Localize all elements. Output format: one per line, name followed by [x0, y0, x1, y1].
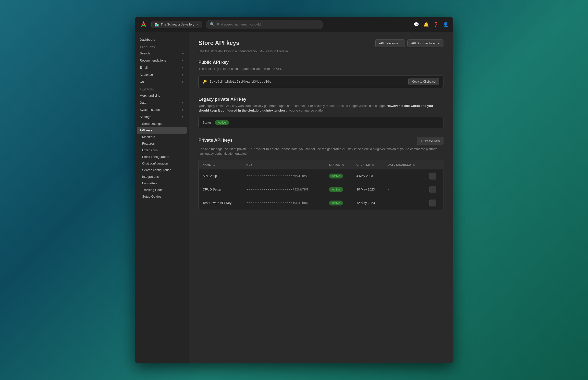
sidebar-item-search[interactable]: Search ▶: [135, 50, 189, 57]
cell-name-0: API Setup: [199, 169, 243, 183]
sidebar-item-chat-configuration[interactable]: Chat configuration: [135, 160, 189, 167]
col-key: KEY: [243, 160, 325, 170]
sidebar-item-api-keys[interactable]: API keys: [137, 127, 187, 133]
chevron-right-icon: ▶: [182, 108, 184, 111]
private-api-keys-header: Private API keys + Create new: [198, 137, 444, 145]
sidebar-section-platform: PLATFORM: [135, 85, 189, 92]
api-keys-table-container: NAME ▲ KEY STATUS ⇅ CREATED ⇅: [198, 160, 444, 210]
chat-icon[interactable]: 💬: [413, 22, 419, 27]
main-content: Store API keys API Reference ↗ API Docum…: [189, 32, 453, 363]
page-title: Store API keys: [198, 39, 239, 46]
page-subtitle: Use the store API keys to authenticate y…: [198, 49, 444, 53]
sidebar-item-email[interactable]: Email ▶: [135, 64, 189, 71]
header-buttons: API Reference ↗ API Documentation ↗: [375, 39, 444, 47]
create-new-button[interactable]: + Create new: [417, 137, 444, 145]
api-documentation-label: API Documentation ↗: [411, 42, 440, 45]
cell-created-2: 12 May 2023: [353, 196, 384, 209]
copy-to-clipboard-button[interactable]: Copy to Clipboard: [409, 78, 439, 85]
search-input[interactable]: [217, 22, 319, 26]
chevron-right-icon: ▶: [182, 80, 184, 83]
public-api-key-value: Ipkv9tKfxRdpLv3mpMhqxfWGNdqugE0c: [210, 80, 406, 83]
search-icon: 🔍: [210, 22, 215, 27]
chat-label: Chat: [140, 80, 146, 84]
sidebar-item-dashboard[interactable]: Dashboard: [135, 36, 189, 43]
sidebar-item-data[interactable]: Data ▶: [135, 99, 189, 106]
key-icon: 🔑: [203, 80, 207, 84]
col-created[interactable]: CREATED ⇅: [353, 160, 384, 170]
sidebar-item-system-status[interactable]: System status ▶: [135, 106, 189, 113]
chevron-down-settings-icon: ▼: [181, 115, 184, 118]
sidebar-item-recommendations[interactable]: Recommendations ▶: [135, 57, 189, 64]
sidebar-item-modifiers[interactable]: Modifiers: [135, 133, 189, 140]
sidebar-item-settings[interactable]: Settings ▼: [135, 113, 189, 120]
sidebar-item-tracking-code[interactable]: Tracking Code: [135, 187, 189, 193]
private-api-keys-desc: See and manage the list of private API K…: [198, 147, 444, 156]
col-actions: [426, 160, 443, 170]
titlebar-icons: 💬 🔔 ❓ 👤: [413, 22, 448, 27]
api-keys-table: NAME ▲ KEY STATUS ⇅ CREATED ⇅: [199, 160, 443, 209]
app-window: 🏪 The Schwartz Jewellery ▼ 🔍 💬 🔔 ❓ 👤 Das…: [135, 17, 453, 363]
sort-icon-date-disabled: ⇅: [413, 164, 415, 166]
search-bar: 🔍: [206, 20, 323, 29]
legacy-api-key-desc: Your legacy private API key was automati…: [198, 103, 444, 113]
store-selector[interactable]: 🏪 The Schwartz Jewellery ▼: [151, 21, 202, 28]
private-api-keys-section: Private API keys + Create new See and ma…: [198, 137, 444, 210]
sort-icon-status: ⇅: [342, 164, 344, 166]
user-icon[interactable]: 👤: [443, 22, 448, 27]
api-documentation-button[interactable]: API Documentation ↗: [408, 39, 444, 47]
legacy-desc-normal: Your legacy private API key was automati…: [198, 104, 386, 108]
system-status-label: System status: [140, 108, 160, 112]
col-status[interactable]: STATUS ⇅: [325, 160, 353, 170]
cell-actions-1: ⋮: [426, 183, 443, 196]
status-label: Status:: [203, 121, 213, 124]
row-menu-button-1[interactable]: ⋮: [429, 186, 436, 193]
sidebar-item-setup-guides[interactable]: Setup Guides: [135, 193, 189, 200]
chevron-right-icon: ▶: [182, 52, 184, 55]
bell-icon[interactable]: 🔔: [423, 22, 429, 27]
sidebar-item-integrations[interactable]: Integrations: [135, 173, 189, 180]
sidebar-item-merchandising[interactable]: Merchandising: [135, 92, 189, 99]
sort-icon-created: ⇅: [372, 164, 374, 166]
sidebar-item-features[interactable]: Features: [135, 140, 189, 147]
chevron-down-icon: ▼: [196, 23, 199, 26]
sidebar-item-formatters[interactable]: Formatters: [135, 180, 189, 187]
table-header-row: NAME ▲ KEY STATUS ⇅ CREATED ⇅: [199, 160, 443, 170]
help-icon[interactable]: ❓: [433, 22, 439, 27]
sidebar: Dashboard PRODUCTS Search ▶ Recommendati…: [135, 32, 189, 363]
store-icon: 🏪: [155, 22, 159, 26]
row-menu-button-2[interactable]: ⋮: [429, 200, 436, 207]
status-badge-1: Active: [329, 187, 343, 192]
cell-name-2: Test Private API Key: [199, 196, 243, 209]
cell-actions-0: ⋮: [426, 169, 443, 183]
cell-created-1: 30 May 2023: [353, 183, 384, 196]
app-logo: [140, 20, 147, 28]
cell-date-disabled-0: -: [384, 169, 426, 183]
sidebar-item-chat[interactable]: Chat ▶: [135, 78, 189, 85]
col-name[interactable]: NAME ▲: [199, 160, 243, 170]
email-label: Email: [140, 66, 148, 69]
cell-actions-2: ⋮: [426, 196, 443, 209]
public-api-key-title: Public API key: [198, 60, 444, 65]
sidebar-item-store-settings[interactable]: Store settings: [135, 120, 189, 127]
sidebar-item-search-configuration[interactable]: Search configuration: [135, 167, 189, 173]
sidebar-item-email-configuration[interactable]: Email configuration: [135, 153, 189, 160]
row-menu-button-0[interactable]: ⋮: [429, 172, 436, 179]
public-api-key-row: 🔑 Ipkv9tKfxRdpLv3mpMhqxfWGNdqugE0c Copy …: [198, 75, 444, 88]
chevron-right-icon: ▶: [182, 101, 184, 104]
titlebar: 🏪 The Schwartz Jewellery ▼ 🔍 💬 🔔 ❓ 👤: [135, 17, 453, 32]
col-date-disabled[interactable]: DATE DISABLED ⇅: [384, 160, 426, 170]
sidebar-item-extensions[interactable]: Extensions: [135, 147, 189, 153]
chevron-right-icon: ▶: [182, 59, 184, 62]
table-row: Test Private API Key •••••••••••••••••••…: [199, 196, 443, 209]
settings-label: Settings: [140, 115, 151, 119]
cell-created-0: 4 May 2023: [353, 169, 384, 183]
data-label: Data: [140, 101, 146, 104]
audience-label: Audience: [140, 73, 153, 76]
cell-status-1: Active: [325, 183, 353, 196]
sidebar-item-audience[interactable]: Audience ▶: [135, 71, 189, 78]
public-api-key-section: Public API key The public key is to be u…: [198, 60, 444, 88]
sidebar-section-products: PRODUCTS: [135, 43, 189, 50]
cell-key-0: ••••••••••••••••••••••••bW94I0VZ: [243, 169, 325, 183]
api-reference-button[interactable]: API Reference ↗: [375, 39, 405, 47]
cell-status-2: Active: [325, 196, 353, 209]
